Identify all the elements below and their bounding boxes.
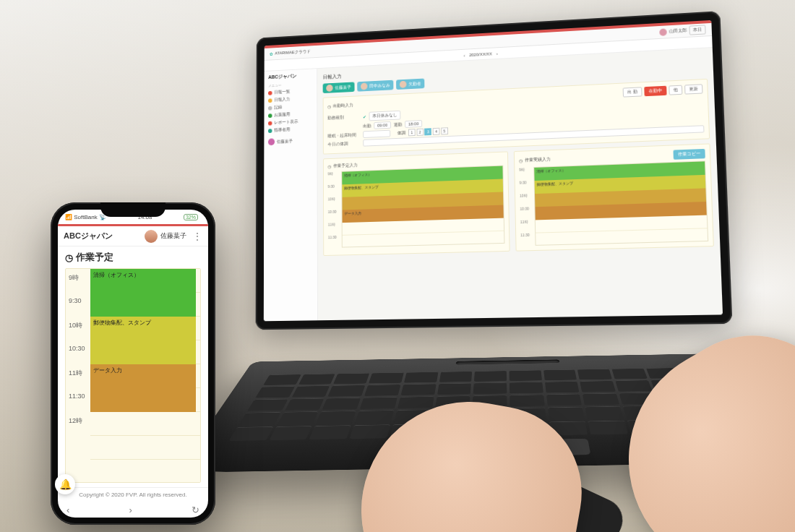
attend-button[interactable]: 出 勤	[623, 87, 643, 97]
time-labels: 9時 9:30 10時 10:30 11時 11:30 12時	[66, 269, 90, 482]
avatar	[361, 82, 367, 90]
today-note-label: 今日の体調	[327, 140, 360, 148]
date-prev-button[interactable]: ‹	[463, 53, 465, 57]
app-name: ATARIMAEクラウド	[275, 48, 310, 56]
staff-name: 欠勤者	[408, 80, 421, 87]
phone-device: 📶 SoftBank 📡 14:08 32% ABCジャパン 佐藤葉子 ⋮ ◷ …	[51, 202, 215, 525]
avatar	[145, 230, 158, 243]
sidebar-manager[interactable]: 佐藤葉子	[268, 137, 313, 145]
app-title: ABCジャパン	[64, 231, 113, 241]
sidebar-item-label: レポート表示	[274, 119, 298, 126]
panel-title: 作業予定入力	[333, 162, 358, 169]
time-label: 9:30	[66, 296, 90, 319]
status-bar: 📶 SoftBank 📡 14:08 32%	[58, 210, 208, 224]
clock-icon: ◷	[519, 158, 523, 163]
time-label: 11時	[328, 222, 342, 235]
other-button[interactable]: 他	[669, 85, 682, 95]
current-date[interactable]: 2020/XX/XX	[469, 51, 492, 57]
app-logo-icon: ✿	[270, 51, 273, 56]
pill-icon	[268, 113, 272, 118]
time-label: 9:30	[520, 180, 534, 194]
panel-title: 出勤時入力	[333, 102, 353, 109]
mood-level-4[interactable]: 4	[433, 128, 440, 135]
in-office-button[interactable]: 在勤中	[644, 86, 666, 97]
start-time-field[interactable]: 09:00	[374, 121, 391, 129]
end-time-field[interactable]: 18:00	[405, 120, 422, 128]
schedule-plan-timeline: 9時 9:30 10時 10:30 11時 11:30 清掃（オフィス） 郵便物	[328, 166, 505, 249]
schedule-bars[interactable]: 清掃（オフィス） 郵便物集配、スタンプ	[533, 160, 708, 246]
overflow-menu-icon[interactable]: ⋮	[189, 231, 202, 242]
update-button[interactable]: 更新	[684, 84, 702, 94]
time-label: 10:30	[520, 206, 534, 220]
date-next-button[interactable]: ›	[497, 51, 498, 56]
nav-forward-button[interactable]: ›	[129, 505, 132, 515]
mood-level-5[interactable]: 5	[441, 127, 448, 134]
screen-title-row: ◷ 作業予定	[58, 246, 208, 268]
app-main: ABCジャパン メニュー 日報一覧 日報入力 記録 お薬服用 レポート表示 指導…	[264, 48, 723, 321]
task-bar-data-entry[interactable]: データ入力	[90, 364, 196, 412]
sidebar-item-label: 日報入力	[274, 96, 290, 103]
nav-back-button[interactable]: ‹	[66, 505, 69, 515]
schedule-dual: ◷ 作業予定入力 9時 9:30 10時 10:30 11時	[323, 143, 714, 260]
avatar	[326, 85, 332, 92]
check-icon: ✔	[363, 114, 366, 119]
staff-chip[interactable]: 佐藤葉子	[323, 82, 355, 93]
time-label: 9:30	[328, 184, 342, 197]
today-button[interactable]: 本日	[689, 25, 705, 35]
schedule-actual-timeline: 9時 9:30 10時 10:30 11時 11:30 清掃（オフィス） 郵便物	[519, 160, 708, 246]
time-labels: 9時 9:30 10時 10:30 11時 11:30	[519, 167, 535, 246]
staff-chip[interactable]: 田中みなみ	[357, 80, 393, 92]
time-label: 9時	[66, 272, 90, 296]
work-status-label: 勤務種別	[327, 113, 360, 121]
manager-name: 佐藤葉子	[277, 138, 293, 145]
dot-icon	[268, 90, 272, 95]
panel-title: 作業実績入力	[525, 156, 551, 163]
sidebar-item-label: お薬服用	[274, 111, 290, 119]
sleep-field[interactable]	[363, 130, 390, 138]
laptop-screen: ✿ ATARIMAEクラウド 山田太郎 本日 ‹ 2020/XX/XX › AB…	[264, 20, 723, 321]
staff-name: 田中みなみ	[369, 82, 390, 89]
sidebar-menu: 日報一覧 日報入力 記録 お薬服用 レポート表示 指導者用	[268, 87, 313, 134]
sidebar: ABCジャパン メニュー 日報一覧 日報入力 記録 お薬服用 レポート表示 指導…	[264, 69, 318, 321]
sidebar-item-instructor[interactable]: 指導者用	[268, 125, 313, 134]
time-label: 11:30	[66, 391, 90, 415]
header-user-name: 山田太郎	[669, 27, 687, 35]
battery-indicator: 32%	[184, 214, 198, 220]
mood-level-2[interactable]: 2	[416, 129, 424, 136]
mood-level-3[interactable]: 3	[424, 128, 431, 135]
start-label: 出勤	[363, 123, 371, 129]
schedule-grid[interactable]: 清掃（オフィス） 郵便物集配、スタンプ データ入力	[90, 269, 200, 482]
sidebar-item-label: 記録	[274, 104, 282, 111]
phone-screen: 📶 SoftBank 📡 14:08 32% ABCジャパン 佐藤葉子 ⋮ ◷ …	[58, 210, 208, 518]
header-user-avatar	[659, 28, 667, 36]
chart-icon	[268, 121, 272, 125]
work-status-value[interactable]: 本日休みなし	[369, 111, 401, 121]
avatar	[268, 138, 275, 145]
user-icon	[268, 129, 272, 133]
task-bar-mail[interactable]: 郵便物集配、スタンプ	[90, 317, 196, 364]
app-bar: ABCジャパン 佐藤葉子 ⋮	[58, 226, 208, 246]
nav-refresh-button[interactable]: ↻	[192, 505, 199, 515]
signal-icon: 📶	[65, 214, 72, 220]
staff-name: 佐藤葉子	[335, 84, 351, 91]
time-labels: 9時 9:30 10時 10:30 11時 11:30	[328, 171, 342, 248]
pencil-icon	[268, 98, 272, 103]
time-label: 9時	[328, 171, 342, 184]
copy-tasks-button[interactable]: 作業コピー	[673, 149, 705, 160]
wifi-icon: 📡	[99, 214, 106, 220]
schedule-bars[interactable]: 清掃（オフィス） 郵便物集配、スタンプ データ入力	[341, 166, 504, 248]
task-bar-cleaning[interactable]: 清掃（オフィス）	[90, 269, 196, 317]
time-label: 10時	[328, 197, 342, 210]
mood-rating[interactable]: 1 2 3 4 5	[408, 127, 448, 136]
time-label: 10時	[520, 193, 534, 207]
time-label: 9時	[519, 167, 533, 181]
staff-chip[interactable]: 欠勤者	[396, 79, 424, 90]
carrier-label: SoftBank	[74, 214, 97, 220]
schedule-card: 9時 9:30 10時 10:30 11時 11:30 12時 清掃（オフィス）…	[65, 268, 201, 483]
time-label: 10時	[66, 319, 90, 343]
doc-icon	[268, 106, 272, 110]
sidebar-item-label: 日報一覧	[274, 89, 290, 96]
mood-level-1[interactable]: 1	[408, 129, 416, 136]
end-label: 退勤	[394, 121, 403, 128]
time-label: 12時	[66, 415, 90, 439]
